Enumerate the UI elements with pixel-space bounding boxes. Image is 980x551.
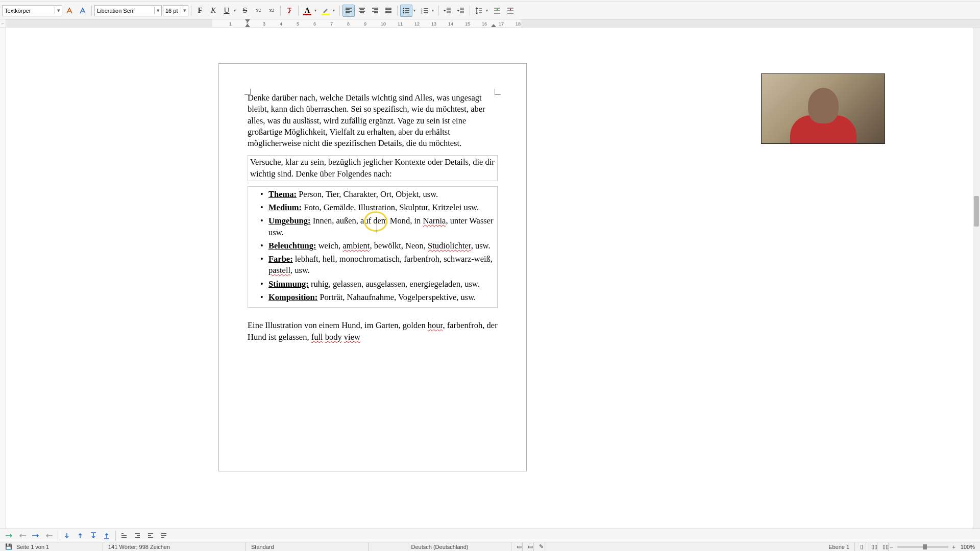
demote-button[interactable] bbox=[132, 530, 144, 541]
navigation-toolbar bbox=[0, 529, 980, 542]
highlight-color-bar bbox=[322, 14, 330, 15]
language-status[interactable]: Deutsch (Deutschland) bbox=[369, 542, 511, 551]
list-item: Farbe: lebhaft, hell, monochromatisch, f… bbox=[260, 254, 495, 277]
nav-back-link-icon[interactable] bbox=[16, 530, 29, 541]
bullet-list-dropdown[interactable]: ▾ bbox=[413, 8, 418, 13]
separator bbox=[438, 6, 439, 16]
nav-back-icon[interactable] bbox=[43, 530, 55, 541]
chevron-down-icon[interactable]: ▾ bbox=[181, 7, 188, 14]
italic-button[interactable]: K bbox=[207, 5, 219, 17]
ruler-tick: 7 bbox=[330, 21, 333, 27]
svg-point-0 bbox=[403, 8, 404, 9]
edit-area: Denke darüber nach, welche Details wicht… bbox=[0, 28, 980, 529]
font-color-dropdown[interactable]: ▾ bbox=[314, 8, 318, 13]
decrease-para-spacing-button[interactable] bbox=[504, 5, 517, 17]
view-book-icon[interactable]: ▯▯ bbox=[877, 542, 889, 551]
right-indent-marker[interactable] bbox=[491, 24, 496, 27]
increase-indent-button[interactable] bbox=[442, 5, 454, 17]
list-item: Stimmung: ruhig, gelassen, ausgelassen, … bbox=[260, 279, 495, 290]
save-status-icon[interactable]: 💾 bbox=[0, 542, 11, 551]
horizontal-ruler[interactable]: ⌐ 123456789101112131415161718 bbox=[0, 19, 980, 28]
paragraph-boxed[interactable]: Versuche, klar zu sein, bezüglich jeglic… bbox=[248, 155, 498, 181]
font-color-button[interactable]: A bbox=[301, 5, 313, 17]
vertical-ruler[interactable] bbox=[0, 28, 6, 529]
nav-down-icon[interactable] bbox=[61, 530, 73, 541]
separator bbox=[91, 6, 92, 16]
vertical-scrollbar[interactable] bbox=[973, 28, 980, 529]
paragraph-intro[interactable]: Denke darüber nach, welche Details wicht… bbox=[248, 92, 498, 149]
ruler-tick: 17 bbox=[499, 21, 504, 27]
bullet-list-button[interactable] bbox=[400, 5, 412, 17]
ruler-tick: 14 bbox=[448, 21, 453, 27]
chevron-down-icon[interactable]: ▾ bbox=[55, 7, 62, 14]
page-status[interactable]: Seite 1 von 1 bbox=[11, 542, 103, 551]
paragraph-example[interactable]: Eine Illustration von einem Hund, im Gar… bbox=[248, 320, 498, 343]
signature-icon[interactable]: ✎ bbox=[534, 542, 545, 551]
zoom-in-button[interactable]: + bbox=[951, 542, 957, 551]
underline-dropdown[interactable]: ▾ bbox=[234, 8, 238, 13]
ruler-tick: 2 bbox=[246, 21, 249, 27]
webcam-overlay bbox=[761, 73, 885, 144]
promote-button[interactable] bbox=[118, 530, 131, 541]
ruler-tick: 18 bbox=[516, 21, 521, 27]
view-single-icon[interactable]: ▯ bbox=[855, 542, 866, 551]
highlight-color-dropdown[interactable]: ▾ bbox=[333, 8, 337, 13]
increase-para-spacing-button[interactable] bbox=[491, 5, 503, 17]
detail-list[interactable]: Thema: Person, Tier, Charakter, Ort, Obj… bbox=[248, 186, 498, 308]
align-justify-button[interactable] bbox=[382, 5, 395, 17]
decrease-indent-button[interactable] bbox=[455, 5, 467, 17]
clear-formatting-button[interactable] bbox=[283, 5, 296, 17]
insert-mode-icon[interactable]: ▭ bbox=[511, 542, 523, 551]
line-spacing-button[interactable] bbox=[473, 5, 485, 17]
font-size-input[interactable] bbox=[163, 6, 181, 16]
separator bbox=[191, 6, 191, 16]
numbered-list-button[interactable]: 123 bbox=[419, 5, 431, 17]
word-count-status[interactable]: 141 Wörter; 998 Zeichen bbox=[103, 542, 246, 551]
page-style-status[interactable]: Standard bbox=[246, 542, 369, 551]
zoom-slider[interactable] bbox=[897, 546, 948, 548]
ruler-tick: 9 bbox=[364, 21, 366, 27]
superscript-button[interactable]: x2 bbox=[252, 5, 264, 17]
separator bbox=[339, 6, 340, 16]
update-style-button[interactable] bbox=[63, 5, 76, 17]
align-right-button[interactable] bbox=[369, 5, 381, 17]
font-name-input[interactable] bbox=[95, 6, 154, 16]
separator bbox=[298, 6, 299, 16]
page[interactable]: Denke darüber nach, welche Details wicht… bbox=[218, 63, 527, 471]
chevron-down-icon[interactable]: ▾ bbox=[154, 7, 161, 14]
ruler-tick: 16 bbox=[482, 21, 487, 27]
font-size-combo[interactable]: ▾ bbox=[163, 5, 188, 16]
subscript-button[interactable]: x2 bbox=[265, 5, 278, 17]
highlight-color-button[interactable] bbox=[320, 5, 332, 17]
document-canvas[interactable]: Denke darüber nach, welche Details wicht… bbox=[6, 28, 980, 529]
nav-page-down-icon[interactable] bbox=[87, 530, 100, 541]
bold-button[interactable]: F bbox=[194, 5, 206, 17]
nav-forward-icon[interactable] bbox=[30, 530, 42, 541]
margin-mark-icon bbox=[495, 89, 501, 95]
zoom-out-button[interactable]: − bbox=[889, 542, 894, 551]
ruler-tick: 5 bbox=[297, 21, 299, 27]
scrollbar-thumb[interactable] bbox=[974, 196, 979, 227]
zoom-value[interactable]: 100% bbox=[957, 542, 980, 551]
underline-button[interactable]: U bbox=[220, 5, 233, 17]
align-left-button[interactable] bbox=[342, 5, 355, 17]
separator bbox=[397, 6, 398, 16]
move-up-button[interactable] bbox=[145, 530, 157, 541]
layer-status[interactable]: Ebene 1 bbox=[823, 542, 855, 551]
move-down-button[interactable] bbox=[158, 530, 170, 541]
nav-page-up-icon[interactable] bbox=[101, 530, 113, 541]
new-style-button[interactable] bbox=[77, 5, 89, 17]
view-multi-icon[interactable]: ▯▯ bbox=[866, 542, 877, 551]
font-name-combo[interactable]: ▾ bbox=[94, 5, 162, 16]
line-spacing-dropdown[interactable]: ▾ bbox=[486, 8, 490, 13]
align-center-button[interactable] bbox=[356, 5, 368, 17]
paragraph-style-input[interactable] bbox=[3, 6, 55, 16]
list-item: Medium: Foto, Gemälde, Illustration, Sku… bbox=[260, 202, 495, 213]
numbered-list-dropdown[interactable]: ▾ bbox=[432, 8, 436, 13]
nav-up-icon[interactable] bbox=[74, 530, 86, 541]
paragraph-style-combo[interactable]: ▾ bbox=[2, 5, 62, 16]
selection-mode-icon[interactable]: ▭ bbox=[523, 542, 534, 551]
nav-forward-link-icon[interactable] bbox=[3, 530, 15, 541]
strikethrough-button[interactable]: S bbox=[239, 5, 251, 17]
separator bbox=[280, 6, 281, 16]
